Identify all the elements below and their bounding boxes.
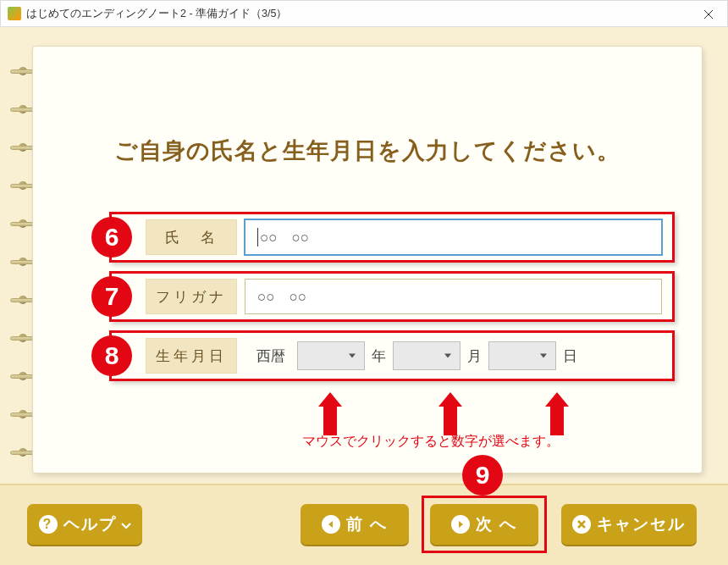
- cancel-icon: [572, 515, 591, 534]
- year-unit: 年: [372, 346, 386, 366]
- titlebar: はじめてのエンディングノート2 - 準備ガイド（3/5）: [0, 0, 728, 27]
- bottom-bar: ? ヘルプ 前 へ 次 へ キャンセル 9: [0, 484, 728, 565]
- next-icon: [451, 515, 470, 534]
- name-input[interactable]: ○○ ○○: [245, 219, 662, 255]
- prev-icon: [322, 515, 340, 534]
- badge-6: 6: [91, 217, 132, 258]
- cancel-label: キャンセル: [597, 513, 686, 535]
- name-value: ○○ ○○: [260, 228, 309, 247]
- day-select[interactable]: [488, 341, 556, 370]
- next-label: 次 へ: [476, 513, 517, 535]
- row-name: 6 氏 名 ○○ ○○: [109, 212, 675, 263]
- prev-button[interactable]: 前 へ: [301, 504, 409, 545]
- help-button[interactable]: ? ヘルプ: [27, 504, 142, 545]
- cancel-button[interactable]: キャンセル: [561, 504, 697, 545]
- chevron-down-icon: [121, 515, 131, 534]
- kana-label: フリガナ: [146, 279, 237, 314]
- close-button[interactable]: [690, 1, 727, 28]
- row-kana: 7 フリガナ ○○ ○○: [109, 271, 675, 322]
- row-dob: 8 生年月日 西暦 年 月 日: [109, 330, 675, 381]
- work-area: ご自身の氏名と生年月日を入力してください。 6 氏 名 ○○ ○○ 7 フリガナ…: [0, 27, 728, 565]
- help-label: ヘルプ: [63, 513, 117, 535]
- month-unit: 月: [467, 346, 482, 366]
- app-icon: [8, 7, 21, 20]
- page-heading: ご自身の氏名と生年月日を入力してください。: [33, 136, 702, 166]
- callout-arrow-icon: [545, 392, 569, 435]
- kana-value: ○○ ○○: [257, 287, 306, 307]
- day-unit: 日: [563, 346, 577, 366]
- dob-label: 生年月日: [146, 338, 237, 374]
- next-button[interactable]: 次 へ: [430, 504, 538, 545]
- callout-arrow-icon: [438, 392, 462, 435]
- badge-7: 7: [91, 276, 132, 317]
- prev-label: 前 へ: [346, 513, 388, 535]
- badge-8: 8: [91, 335, 132, 376]
- paper-panel: ご自身の氏名と生年月日を入力してください。 6 氏 名 ○○ ○○ 7 フリガナ…: [32, 46, 703, 474]
- era-label: 西暦: [256, 346, 285, 366]
- window-title: はじめてのエンディングノート2 - 準備ガイド（3/5）: [26, 7, 287, 21]
- hint-text: マウスでクリックすると数字が選べます。: [302, 433, 560, 451]
- badge-9: 9: [462, 455, 503, 496]
- kana-input[interactable]: ○○ ○○: [245, 279, 662, 314]
- help-icon: ?: [39, 515, 58, 534]
- text-cursor: [257, 228, 258, 246]
- name-label: 氏 名: [146, 219, 237, 255]
- month-select[interactable]: [393, 341, 461, 370]
- callout-arrow-icon: [318, 392, 342, 435]
- year-select[interactable]: [297, 341, 365, 370]
- dob-container: 西暦 年 月 日: [245, 338, 662, 374]
